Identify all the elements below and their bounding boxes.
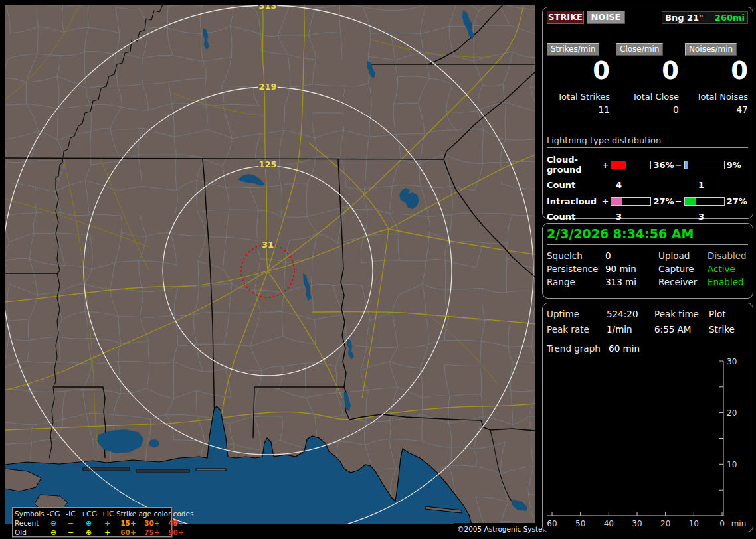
noises-per-min-label: Noises/min [685,43,737,56]
legend-col-pos-ic: +IC [98,510,116,518]
cg-positive-bar [611,161,651,169]
trend-graph-label: Trend graph [547,343,601,354]
ic-negative-pct: 27% [727,196,748,206]
uptime-value: 524:20 [607,309,654,319]
chart-axes [547,361,723,516]
svg-text:50: 50 [575,519,585,528]
trend-graph-chart: 30 20 10 60 50 40 30 20 10 0 min [543,356,753,529]
squelch-label: Squelch [547,250,605,261]
bearing-distance: 260mi [715,13,745,23]
strike-counter-panel: STRIKE NOISE Bng 21° 260mi Strikes/min 0… [542,7,753,219]
ring-label-31: 31 [262,240,274,250]
capture-status: Active [708,264,748,274]
x-axis-ticks [552,512,722,516]
upload-label: Upload [658,250,708,261]
neg-ic-old-icon: − [62,529,79,536]
ic-positive-count: 3 [616,212,698,222]
age-code-45: 45+ [164,519,188,527]
pos-cg-recent-icon: ⊕ [79,520,98,527]
status-panel: 2/3/2026 8:34:56 AM Squelch 0 Upload Dis… [542,223,753,299]
cloud-ground-label: Cloud-ground [547,155,601,175]
range-label: Range [547,277,605,287]
svg-text:30: 30 [727,357,737,366]
close-per-min-column: Close/min 0 Total Close 0 [616,42,679,115]
statistics-panel: Uptime 524:20 Peak time Plot Peak rate 1… [542,303,753,532]
svg-text:10: 10 [689,519,699,528]
legend-symbols-header: Symbols [15,510,45,518]
trend-graph-row: Trend graph 60 min [547,343,640,354]
radar-map[interactable]: 313 219 125 31 Symbols -CG -IC +CG +IC S… [5,5,535,524]
pos-cg-old-icon: ⊕ [79,529,98,536]
squelch-row: Squelch 0 Upload Disabled [547,250,748,261]
ic-negative-count: 3 [698,212,704,222]
capture-label: Capture [658,264,708,274]
age-code-75: 75+ [140,528,164,536]
cg-positive-pct: 36% [653,160,674,170]
plus-sign: + [601,160,609,170]
pos-ic-old-icon: + [98,529,116,536]
uptime-row: Uptime 524:20 Peak time Plot [547,309,748,319]
intracloud-label: Intracloud [547,196,601,206]
strike-toggle-button[interactable]: STRIKE [547,11,584,24]
total-noises-value: 47 [685,104,748,115]
receiver-label: Receiver [658,277,708,287]
noises-per-min-column: Noises/min 0 Total Noises 47 [685,42,748,115]
cg-negative-pct: 9% [727,160,748,170]
upload-status: Disabled [708,250,748,261]
plus-sign: + [601,196,609,206]
noise-toggle-button[interactable]: NOISE [587,11,625,24]
ic-positive-bar [611,197,651,206]
peak-time-label: Peak time [654,309,709,319]
cg-count-label: Count [547,180,616,190]
neg-cg-recent-icon: ⊖ [45,520,62,527]
strikes-per-min-value: 0 [547,56,610,86]
age-code-90: 90+ [164,528,188,536]
ring-label-219: 219 [258,82,276,92]
peak-rate-row: Peak rate 1/min 6:55 AM Strike [547,324,748,335]
x-axis-labels: 60 50 40 30 20 10 0 min [547,519,746,528]
ring-label-125: 125 [258,159,276,169]
close-per-min-value: 0 [616,56,679,86]
trend-graph-window: 60 min [609,343,640,354]
cg-negative-bar [684,161,725,169]
svg-text:0: 0 [719,519,725,528]
total-close-value: 0 [616,104,679,115]
y-axis-ticks [719,361,723,490]
total-noises-label: Total Noises [685,92,748,102]
svg-text:10: 10 [727,460,737,469]
strikes-per-min-label: Strikes/min [547,43,599,56]
cg-count-row: Count 4 1 [547,180,748,190]
bearing-value: Bng 21° [665,13,704,23]
plot-label: Plot [709,309,748,319]
rate-counters: Strikes/min 0 Total Strikes 11 Close/min… [547,42,748,115]
close-per-min-label: Close/min [616,43,663,56]
svg-text:20: 20 [727,408,737,418]
receiver-status: Enabled [708,277,748,287]
map-svg: 313 219 125 31 [5,5,535,524]
peak-time-value: 6:55 AM [654,324,709,335]
neg-ic-recent-icon: − [62,520,79,527]
ring-label-313: 313 [258,5,276,11]
minus-sign: − [675,160,682,170]
lightning-type-distribution: Lightning type distribution Cloud-ground… [547,135,748,222]
ic-count-row: Count 3 3 [547,212,748,222]
y-axis-labels: 30 20 10 [727,357,737,469]
total-close-label: Total Close [616,92,679,102]
persistence-value: 90 min [605,264,658,274]
uptime-label: Uptime [547,309,607,319]
squelch-value: 0 [605,250,658,261]
svg-text:20: 20 [660,519,670,528]
minus-sign: − [675,196,682,206]
ic-count-label: Count [547,212,616,222]
current-datetime: 2/3/2026 8:34:56 AM [547,226,748,245]
age-code-15: 15+ [116,519,140,527]
total-strikes-value: 11 [547,104,610,115]
strike-symbol-legend: Symbols -CG -IC +CG +IC Strike age color… [12,507,173,538]
noises-per-min-value: 0 [685,56,748,86]
svg-text:30: 30 [632,519,642,528]
distribution-title: Lightning type distribution [547,135,748,148]
strikes-per-min-column: Strikes/min 0 Total Strikes 11 [547,42,610,115]
ic-negative-bar [684,197,725,206]
peak-rate-label: Peak rate [547,324,607,335]
plot-type-value: Strike [709,324,748,335]
